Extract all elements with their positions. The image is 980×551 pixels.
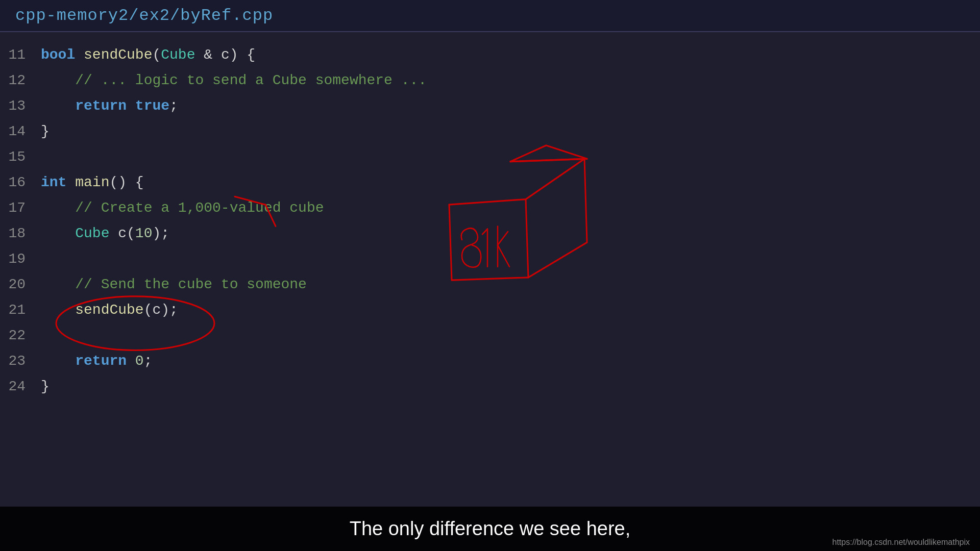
line-number: 21 bbox=[0, 299, 41, 321]
line-content: } bbox=[41, 376, 50, 397]
code-line: 20 // Send the cube to someone bbox=[0, 272, 980, 297]
line-number: 12 bbox=[0, 70, 41, 91]
line-content: // Send the cube to someone bbox=[41, 274, 307, 295]
code-line: 13 return true; bbox=[0, 93, 980, 119]
line-number: 18 bbox=[0, 223, 41, 244]
line-number: 17 bbox=[0, 197, 41, 219]
line-number: 23 bbox=[0, 350, 41, 372]
line-content: // ... logic to send a Cube somewhere ..… bbox=[41, 70, 427, 91]
line-number: 19 bbox=[0, 248, 41, 270]
line-number: 15 bbox=[0, 146, 41, 168]
page-title: cpp-memory2/ex2/byRef.cpp bbox=[15, 6, 965, 25]
line-number: 20 bbox=[0, 274, 41, 295]
line-number: 11 bbox=[0, 44, 41, 66]
code-line: 17 // Create a 1,000-valued cube bbox=[0, 195, 980, 221]
code-line: 12 // ... logic to send a Cube somewhere… bbox=[0, 68, 980, 93]
code-line: 21 sendCube(c); bbox=[0, 297, 980, 323]
line-content: sendCube(c); bbox=[41, 299, 178, 321]
line-content: Cube c(10); bbox=[41, 223, 169, 244]
line-number: 22 bbox=[0, 325, 41, 346]
line-content: return true; bbox=[41, 95, 178, 117]
code-line: 22 bbox=[0, 323, 980, 348]
code-line: 16int main() { bbox=[0, 170, 980, 195]
line-number: 16 bbox=[0, 172, 41, 193]
title-bar: cpp-memory2/ex2/byRef.cpp bbox=[0, 0, 980, 32]
code-line: 19 bbox=[0, 246, 980, 272]
line-number: 24 bbox=[0, 376, 41, 397]
attribution-text: https://blog.csdn.net/wouldlikemathpix bbox=[832, 538, 970, 547]
code-line: 23 return 0; bbox=[0, 348, 980, 374]
line-content: // Create a 1,000-valued cube bbox=[41, 197, 324, 219]
code-area: 11bool sendCube(Cube & c) {12 // ... log… bbox=[0, 32, 980, 507]
code-line: 14} bbox=[0, 119, 980, 144]
line-content: } bbox=[41, 121, 50, 142]
code-line: 11bool sendCube(Cube & c) { bbox=[0, 42, 980, 68]
line-content: return 0; bbox=[41, 350, 152, 372]
code-line: 15 bbox=[0, 144, 980, 170]
subtitle-text: The only difference we see here, bbox=[350, 518, 631, 539]
line-content: int main() { bbox=[41, 172, 144, 193]
code-line: 24} bbox=[0, 374, 980, 399]
line-number: 13 bbox=[0, 95, 41, 117]
line-number: 14 bbox=[0, 121, 41, 142]
line-content: bool sendCube(Cube & c) { bbox=[41, 44, 255, 66]
code-line: 18 Cube c(10); bbox=[0, 221, 980, 246]
